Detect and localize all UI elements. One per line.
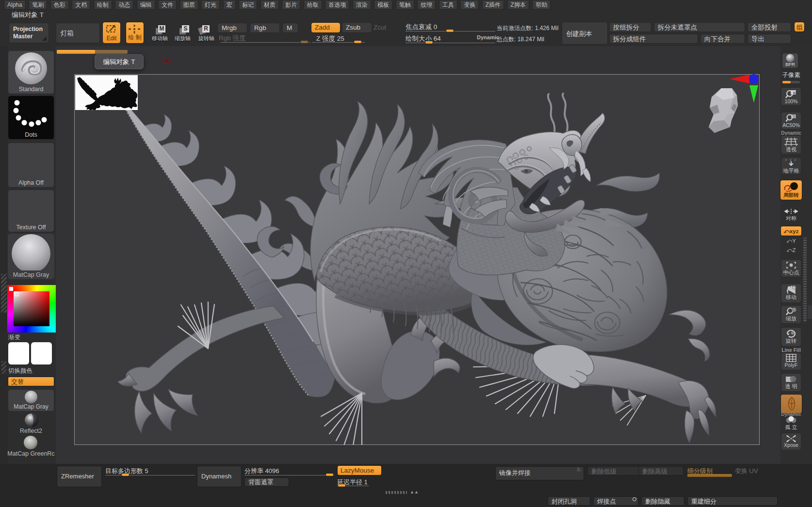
svg-text:x1: x1 [793,91,797,95]
